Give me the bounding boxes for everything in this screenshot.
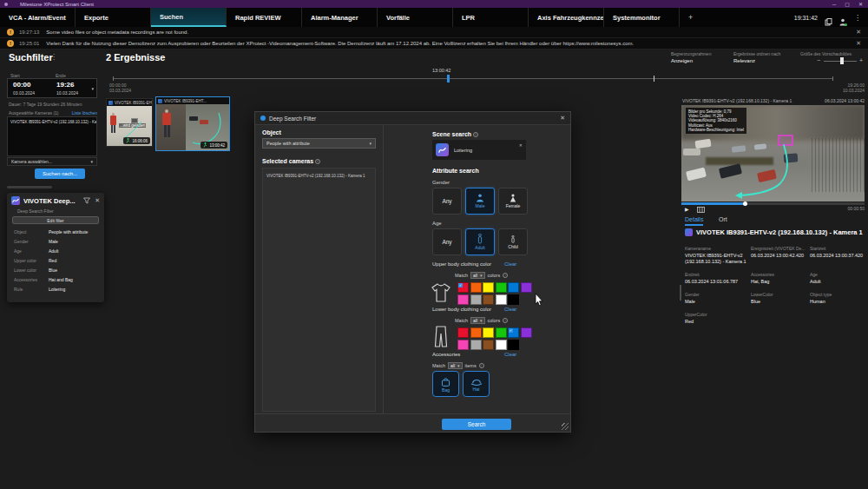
tab-details[interactable]: Details <box>685 216 703 226</box>
gender-female-button[interactable]: Female <box>498 188 528 215</box>
result-thumbnail[interactable]: VIVOTEK IB9391-EHTV-v2... ...wird gelade… <box>106 98 153 147</box>
color-swatch-blue[interactable]: ✓ <box>508 327 519 338</box>
tab-alarm-manager[interactable]: Alarm-Manager <box>302 8 378 27</box>
gender-male-button[interactable]: Male <box>465 188 495 215</box>
info-icon[interactable]: i <box>479 363 484 368</box>
tab-lpr[interactable]: LPR <box>453 8 529 27</box>
color-swatch-white[interactable] <box>496 340 507 350</box>
dialog-search-button[interactable]: Search <box>442 419 511 430</box>
color-swatch-gray[interactable] <box>470 294 482 305</box>
tab-systemmonitor[interactable]: Systemmonitor <box>604 8 680 27</box>
color-swatch-black[interactable] <box>508 340 519 350</box>
bounding-box-dropdown[interactable]: Anzeigen <box>671 58 693 63</box>
color-swatch-green[interactable] <box>496 327 507 338</box>
color-swatch-yellow[interactable] <box>483 282 494 293</box>
tab-vca-alarm-event[interactable]: VCA - Alarm/Event <box>0 8 76 27</box>
color-swatch-purple[interactable] <box>521 282 532 293</box>
tab-rapid-review[interactable]: Rapid REVIEW <box>227 8 302 27</box>
camera-list-item[interactable]: VIVOTEK IB9391-EHTV-v2 (192.168.10.132) … <box>10 120 97 124</box>
clear-list-link[interactable]: Liste löschen <box>72 110 97 116</box>
search-for-button[interactable]: Suchen nach... <box>35 169 85 179</box>
scrollbar-vertical[interactable] <box>680 285 681 301</box>
tab-axis-fahrzeugkennzeichen[interactable]: Axis Fahrzeugkennzei... <box>529 8 604 27</box>
info-icon[interactable]: i <box>503 273 508 278</box>
notification-close-icon[interactable]: ✕ <box>856 40 861 47</box>
accessory-bag-button[interactable]: Bag <box>432 371 459 397</box>
field-label: Upper color <box>14 258 49 263</box>
slider-thumb[interactable] <box>840 57 844 64</box>
color-swatch-yellow[interactable] <box>483 327 494 338</box>
selected-camera-item[interactable]: VIVOTEK IB9391-EHTV-v2 (192.168.10.132) … <box>263 169 375 183</box>
color-swatch-brown[interactable] <box>483 340 494 350</box>
accessory-hat-button[interactable]: Hat <box>463 371 490 397</box>
add-tab-button[interactable]: + <box>680 8 711 27</box>
close-panel-icon[interactable]: ✕ <box>95 197 100 204</box>
sort-by-dropdown[interactable]: Relevanz <box>733 58 755 63</box>
thumbnail-size-slider[interactable] <box>824 61 857 62</box>
maximize-icon[interactable]: ▢ <box>845 1 850 7</box>
tab-ort[interactable]: Ort <box>719 216 727 222</box>
info-icon[interactable]: i <box>503 318 508 323</box>
video-preview[interactable]: Bilder pro Sekunde: 0,79 Video Codec: H.… <box>681 105 865 202</box>
color-swatch-red[interactable] <box>457 327 469 338</box>
minimize-icon[interactable]: ─ <box>832 2 836 7</box>
lower-match-select[interactable]: all▾ <box>470 317 485 324</box>
age-child-button[interactable]: Child <box>498 228 528 255</box>
time-range-picker[interactable]: 00:00 03.03.2024 19:26 10.03.2024 ▾ <box>7 78 97 98</box>
color-swatch-green[interactable] <box>496 282 507 293</box>
dialog-divider <box>383 125 384 413</box>
user-profile-icon[interactable] <box>839 14 847 22</box>
info-icon[interactable]: i <box>315 159 320 164</box>
color-swatch-brown[interactable] <box>483 294 494 305</box>
close-icon[interactable]: ✕ <box>858 1 863 7</box>
zoom-in-icon[interactable]: + <box>859 57 863 63</box>
info-icon[interactable]: i <box>473 132 478 137</box>
playback-progress-bar[interactable] <box>681 202 865 205</box>
color-swatch-gray[interactable] <box>470 340 482 350</box>
gender-any-button[interactable]: Any <box>432 188 462 215</box>
object-dropdown[interactable]: People with attribute ▾ <box>262 138 376 149</box>
upper-clear-link[interactable]: Clear <box>504 261 516 267</box>
timeline-selection-marker[interactable] <box>447 75 450 83</box>
tab-suchen[interactable]: Suchen <box>151 8 227 27</box>
filter-funnel-icon[interactable] <box>83 197 90 204</box>
edit-filter-button[interactable]: Edit filter <box>12 216 99 224</box>
color-swatch-pink[interactable] <box>457 294 469 305</box>
dialog-close-icon[interactable]: ✕ <box>560 115 565 122</box>
camera-select-dropdown[interactable]: Kamera auswählen... ▾ <box>7 157 97 166</box>
settings-menu-icon[interactable]: ⋮ <box>854 14 861 22</box>
age-any-button[interactable]: Any <box>432 228 462 255</box>
notification-close-icon[interactable]: ✕ <box>856 29 861 36</box>
dialog-resize-handle[interactable] <box>562 423 569 430</box>
accessories-match-select[interactable]: all▾ <box>448 362 463 369</box>
dialog-titlebar[interactable]: Deep Search Filter ✕ <box>255 112 570 125</box>
selected-cameras-list[interactable]: VIVOTEK IB9391-EHTV-v2 (192.168.10.132) … <box>262 168 376 412</box>
accessories-clear-link[interactable]: Clear <box>504 352 516 357</box>
filter-menu-icon[interactable]: ⋮ <box>50 53 57 61</box>
color-swatch-blue[interactable] <box>508 282 519 293</box>
export-icon[interactable] <box>825 14 832 22</box>
age-adult-button[interactable]: Adult <box>465 228 495 255</box>
tab-vorfaelle[interactable]: Vorfälle <box>378 8 453 27</box>
tab-exporte[interactable]: Exporte <box>76 8 151 27</box>
lower-clear-link[interactable]: Clear <box>504 307 516 312</box>
play-icon[interactable]: ▶ <box>685 206 689 212</box>
timeline-cursor-tick[interactable] <box>654 76 654 82</box>
scene-chip[interactable]: Loitering ✕ <box>432 140 526 160</box>
upper-match-select[interactable]: all▾ <box>470 272 485 279</box>
timeline-track[interactable] <box>113 78 833 79</box>
color-swatch-purple[interactable] <box>521 327 532 338</box>
color-swatch-orange[interactable] <box>470 327 482 338</box>
frames-icon[interactable] <box>697 207 705 213</box>
color-swatch-pink[interactable] <box>457 340 469 350</box>
color-swatch-black[interactable] <box>508 294 519 305</box>
result-thumbnail-selected[interactable]: VIVOTEK IB9391-EHT... 13:00:42 <box>155 96 230 151</box>
zoom-out-icon[interactable]: − <box>817 57 820 63</box>
scrollbar-horizontal[interactable] <box>7 186 52 188</box>
progress-handle[interactable] <box>743 202 747 206</box>
color-swatch-white[interactable] <box>496 294 507 305</box>
camera-list[interactable]: VIVOTEK IB9391-EHTV-v2 (192.168.10.132) … <box>7 116 97 156</box>
color-swatch-orange[interactable] <box>470 282 482 293</box>
color-swatch-red[interactable]: ✓ <box>457 282 469 293</box>
remove-scene-icon[interactable]: ✕ <box>519 142 523 148</box>
